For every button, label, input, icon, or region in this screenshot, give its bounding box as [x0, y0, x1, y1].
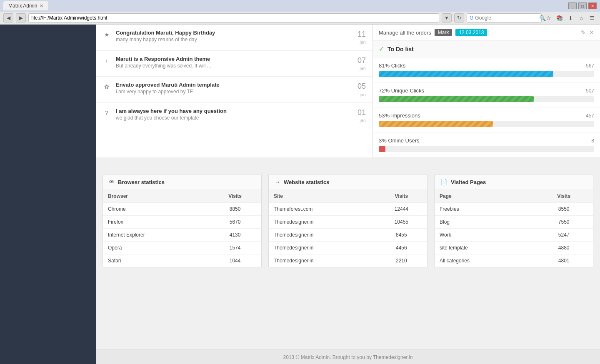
notifications-panel: ★ Congratulation Maruti, Happy Birthday … — [96, 25, 373, 157]
browser-name: Chrome — [103, 203, 209, 216]
notification-day: 07 — [358, 56, 366, 65]
notification-item: ? I am alwayse here if you have any ques… — [96, 103, 372, 129]
notification-subtitle: But already everything was solved. It wi… — [116, 63, 352, 69]
notification-icon: ? — [102, 109, 111, 117]
todo-progress-bar — [379, 96, 534, 102]
footer: 2013 © Matrix Admin. Brought to you by T… — [96, 349, 600, 364]
window-controls: _ □ ✕ — [568, 2, 597, 9]
gap-section — [96, 157, 600, 174]
todo-item-header: 72% Unique Clicks 507 — [379, 87, 594, 94]
site-visits: 8455 — [376, 229, 427, 242]
app-wrapper: ★ Congratulation Maruti, Happy Birthday … — [0, 25, 600, 364]
todo-title: To Do list — [388, 46, 414, 52]
todo-progress-bar — [379, 121, 493, 127]
table-row: site template 4880 — [435, 242, 593, 254]
notification-title: Congratulation Maruti, Happy Birthday — [116, 30, 352, 36]
forward-button[interactable]: ▶ — [16, 13, 26, 22]
todo-item: 53% Impressions 457 — [373, 107, 600, 132]
browser-tab[interactable]: Matrix Admin ✕ — [3, 1, 48, 10]
browser-visits: 8850 — [209, 203, 261, 216]
todo-item-count: 567 — [586, 63, 594, 69]
menu-icon[interactable]: ☰ — [588, 13, 597, 22]
minimize-button[interactable]: _ — [568, 2, 577, 9]
browser-visits: 1574 — [209, 242, 261, 254]
manage-text: Manage all the orders — [379, 30, 431, 36]
todo-item-count: 8 — [591, 138, 594, 144]
browser-stats-title: Browesr statistics — [118, 179, 165, 185]
col-browser-visits-header: Visits — [209, 190, 261, 203]
todo-item-label: 81% Clicks — [379, 62, 405, 69]
eye-icon: 👁 — [109, 179, 115, 185]
browser-visits: 5670 — [209, 216, 261, 229]
page-name: Work — [435, 229, 535, 242]
site-name: Themedesigner.in — [269, 229, 376, 242]
dropdown-button[interactable]: ▼ — [442, 13, 452, 22]
sidebar — [0, 25, 96, 364]
notification-item: ✿ Envato approved Maruti Admin template … — [96, 77, 372, 103]
star-icon[interactable]: ☆ — [544, 13, 553, 22]
page-icon: 📄 — [440, 179, 448, 185]
home-icon[interactable]: ⌂ — [577, 13, 586, 22]
close-panel-icon[interactable]: ✕ — [589, 29, 594, 36]
toolbar-icons: ☆ 📚 ⬇ ⌂ ☰ — [544, 13, 597, 22]
website-stats-widget: → Website statistics Site Visits Themefo… — [268, 174, 428, 267]
col-site-visits-header: Visits — [376, 190, 427, 203]
notification-date: 11 jan — [358, 30, 366, 45]
badge-mark: Mark — [435, 29, 452, 36]
page-visits: 7550 — [535, 216, 593, 229]
address-bar[interactable] — [28, 13, 439, 22]
browser-name: Internet Explorer — [103, 229, 209, 242]
notification-day: 11 — [358, 30, 366, 39]
notification-month: jan — [358, 65, 366, 71]
back-button[interactable]: ◀ — [3, 13, 13, 22]
website-stats-title: Website statistics — [284, 179, 330, 185]
tables-section: 👁 Browesr statistics Browser Visits Chro… — [96, 174, 600, 274]
notification-icon: + — [102, 57, 111, 65]
notification-subtitle: we glad that you choose our template — [116, 115, 352, 121]
todo-header: ✓ To Do list — [373, 41, 600, 57]
notification-icon: ★ — [102, 30, 111, 39]
table-row: Themedesigner.in 2210 — [269, 254, 427, 267]
panel-actions: ✎ ✕ — [581, 29, 594, 36]
search-input[interactable] — [475, 15, 538, 21]
tab-close-icon[interactable]: ✕ — [40, 3, 43, 9]
maximize-button[interactable]: □ — [578, 2, 587, 9]
todo-item-count: 507 — [586, 88, 594, 94]
refresh-button[interactable]: ↻ — [454, 13, 464, 22]
notification-month: jan — [358, 92, 366, 97]
edit-icon[interactable]: ✎ — [581, 29, 586, 36]
col-page-visits-header: Visits — [535, 190, 593, 203]
browser-visits: 1044 — [209, 254, 261, 267]
browser-stats-header: 👁 Browesr statistics — [103, 175, 261, 190]
browser-toolbar: ◀ ▶ ▼ ↻ G 🔍 ☆ 📚 ⬇ ⌂ ☰ — [0, 12, 600, 25]
site-visits: 10455 — [376, 216, 427, 229]
todo-item-header: 3% Online Users 8 — [379, 137, 594, 144]
todo-item-label: 3% Online Users — [379, 137, 420, 144]
todo-progress-bar — [379, 146, 385, 152]
bookmark-icon[interactable]: 📚 — [555, 13, 564, 22]
browser-stats-table: Browser Visits Chrome 8850 Firefox 5670 … — [103, 190, 261, 267]
notification-day: 05 — [358, 82, 366, 91]
notification-body: Envato approved Maruti Admin template i … — [116, 82, 352, 95]
todo-progress-container — [379, 146, 594, 152]
todo-item-label: 72% Unique Clicks — [379, 87, 424, 94]
close-button[interactable]: ✕ — [588, 2, 597, 9]
visited-pages-widget: 📄 Visited Pages Page Visits Freebies 855… — [434, 174, 593, 267]
download-icon[interactable]: ⬇ — [566, 13, 575, 22]
page-visits: 4801 — [535, 254, 593, 267]
browser-titlebar: Matrix Admin ✕ _ □ ✕ — [0, 0, 600, 12]
site-visits: 4456 — [376, 242, 427, 254]
notification-body: I am alwayse here if you have any questi… — [116, 108, 352, 121]
table-row: Opera 1574 — [103, 242, 261, 254]
page-visits: 5247 — [535, 229, 593, 242]
page-name: All categories — [435, 254, 535, 267]
visited-pages-table: Page Visits Freebies 8550 Blog 7550 Work… — [435, 190, 593, 267]
site-name: Themeforest.com — [269, 203, 376, 216]
browser-name: Opera — [103, 242, 209, 254]
browser-visits: 4130 — [209, 229, 261, 242]
table-row: Themedesigner.in 8455 — [269, 229, 427, 242]
todo-check-icon: ✓ — [379, 45, 384, 53]
table-row: Blog 7550 — [435, 216, 593, 229]
site-name: Themedesigner.in — [269, 216, 376, 229]
table-row: Freebies 8550 — [435, 203, 593, 216]
